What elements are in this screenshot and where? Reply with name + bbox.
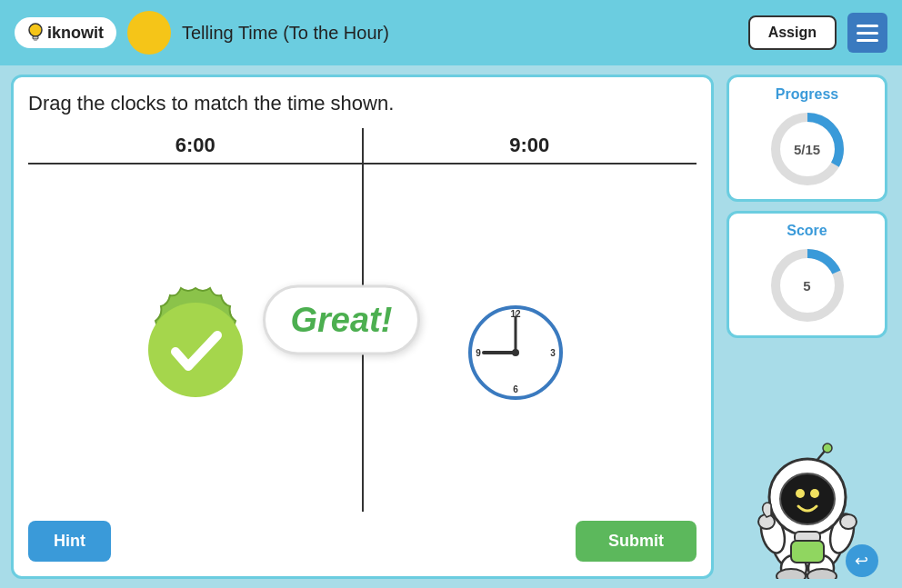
submit-button[interactable]: Submit xyxy=(576,521,697,562)
svg-rect-31 xyxy=(791,541,824,563)
svg-point-12 xyxy=(512,349,519,356)
score-value: 5 xyxy=(803,278,810,294)
mascot-area: ↩ xyxy=(735,347,880,579)
bulb-icon xyxy=(27,23,44,43)
clock-content-left[interactable] xyxy=(127,170,264,512)
logo: iknowit xyxy=(15,17,116,48)
hamburger-line xyxy=(857,25,878,27)
svg-point-24 xyxy=(777,569,806,579)
time-label-left: 6:00 xyxy=(175,128,215,163)
score-section: Score 5 xyxy=(727,211,887,338)
svg-text:6: 6 xyxy=(513,384,518,394)
menu-button[interactable] xyxy=(847,13,887,53)
svg-point-33 xyxy=(823,443,832,453)
back-button[interactable]: ↩ xyxy=(846,544,878,577)
svg-text:3: 3 xyxy=(550,348,556,358)
svg-point-21 xyxy=(840,514,857,529)
hamburger-line xyxy=(857,32,878,35)
progress-value: 5/15 xyxy=(794,142,820,157)
progress-section: Progress 5/15 xyxy=(727,75,887,202)
bottom-bar: Hint Submit xyxy=(28,521,697,562)
score-label: Score xyxy=(787,223,827,239)
sun-icon xyxy=(127,11,171,55)
progress-donut: 5/15 xyxy=(767,108,848,190)
main-content: Drag the clocks to match the time shown.… xyxy=(0,65,902,588)
svg-point-3 xyxy=(148,303,243,397)
time-label-right: 9:00 xyxy=(509,128,549,163)
hint-button[interactable]: Hint xyxy=(28,521,111,562)
svg-text:9: 9 xyxy=(476,348,481,358)
score-donut: 5 xyxy=(767,244,848,326)
feedback-bubble: Great! xyxy=(263,285,421,355)
back-icon: ↩ xyxy=(855,551,868,571)
correct-badge xyxy=(127,282,264,418)
svg-point-0 xyxy=(29,24,42,36)
analog-clock[interactable]: 12 3 6 9 xyxy=(466,303,566,403)
svg-point-28 xyxy=(796,489,805,498)
svg-rect-1 xyxy=(33,36,38,39)
right-panel: Progress 5/15 Score 5 xyxy=(723,75,891,579)
starburst-icon xyxy=(127,282,264,418)
progress-label: Progress xyxy=(776,86,838,103)
svg-point-27 xyxy=(780,473,835,524)
svg-rect-2 xyxy=(34,39,37,41)
svg-point-29 xyxy=(810,489,819,498)
clock-area: 6:00 xyxy=(28,128,697,512)
assign-button[interactable]: Assign xyxy=(748,15,837,50)
logo-text: iknowit xyxy=(47,24,104,43)
svg-point-25 xyxy=(807,569,837,579)
instruction-text: Drag the clocks to match the time shown. xyxy=(28,92,697,115)
lesson-title: Telling Time (To the Hour) xyxy=(182,23,737,44)
header: iknowit Telling Time (To the Hour) Assig… xyxy=(0,0,902,65)
exercise-panel: Drag the clocks to match the time shown.… xyxy=(11,75,714,579)
hamburger-line xyxy=(857,39,878,42)
clock-content-right[interactable]: 12 3 6 9 xyxy=(466,170,593,512)
